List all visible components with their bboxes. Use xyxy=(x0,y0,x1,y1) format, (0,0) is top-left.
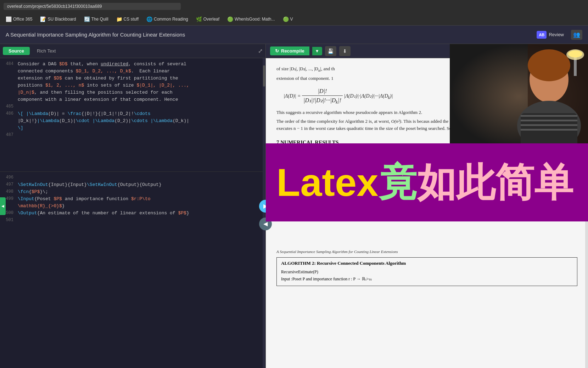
reading-icon: 🌐 xyxy=(146,16,152,22)
rich-text-tab[interactable]: Rich Text xyxy=(31,47,61,55)
bookmark-reading-label: Common Reading xyxy=(154,17,188,22)
editor-container: A Sequential Importance Sampling Algorit… xyxy=(0,26,588,368)
svg-rect-7 xyxy=(521,120,577,121)
code-line-cont1: connected components $D_1, D_2, ..., D_k… xyxy=(0,68,265,75)
bookmark-overleaf-label: Overleaf xyxy=(203,17,219,22)
recompile-dropdown[interactable]: ▼ xyxy=(312,47,322,55)
paper-title-small: A Sequential Importance Sampling Algorit… xyxy=(276,249,577,254)
preview-bottom-section: A Sequential Importance Sampling Algorit… xyxy=(276,249,577,286)
code-line-cont4: |D_n|$, and then filling the positions s… xyxy=(0,89,265,97)
cs-icon: 📁 xyxy=(116,16,122,22)
whenisgood-icon: 🟢 xyxy=(227,16,233,22)
bookmark-v[interactable]: 🟢 V xyxy=(280,15,296,23)
editor-toolbar: A Sequential Importance Sampling Algorit… xyxy=(0,26,588,44)
scroll-thumb[interactable] xyxy=(263,65,265,87)
code-line-487: 487 xyxy=(0,132,265,139)
code-line-499b: \mathbb{R}_{>0}$} xyxy=(0,203,265,210)
review-icon: AB xyxy=(537,31,547,39)
bookmark-blackboard[interactable]: 📝 SU Blackboard xyxy=(37,15,79,23)
algorithm-content: RecursiveEstimate(P) Input :Poset P and … xyxy=(281,268,573,283)
code-area-bottom[interactable]: 496 497 \SetKwInOut{Input}{Input}\SetKwI… xyxy=(0,172,265,368)
webcam-feed xyxy=(450,44,588,149)
bookmark-reading[interactable]: 🌐 Common Reading xyxy=(144,15,191,23)
code-line-499: 499 \Input{Poset $P$ and importance func… xyxy=(0,196,265,203)
bookmark-office365[interactable]: ⬜ Office 365 xyxy=(3,15,35,23)
code-line-cont7: \] xyxy=(0,125,265,132)
code-line-496: 496 xyxy=(0,175,265,182)
scroll-track xyxy=(263,58,265,368)
overlay-banner: Latex竟如此简单 xyxy=(266,143,588,221)
blackboard-icon: 📝 xyxy=(40,16,46,22)
browser-bar: overleaf.com/project/5e5830cb1341f300010… xyxy=(0,0,588,13)
bookmark-overleaf[interactable]: 🌿 Overleaf xyxy=(193,15,222,23)
office365-icon: ⬜ xyxy=(6,16,12,22)
algorithm-title: ALGORITHM 2: Recursive Connected Compone… xyxy=(281,260,573,266)
bookmark-quill-label: The Quill xyxy=(91,17,108,22)
code-line-497: 497 \SetKwInOut{Input}{Input}\SetKwInOut… xyxy=(0,182,265,189)
svg-rect-9 xyxy=(521,129,577,131)
recompile-icon: ↻ xyxy=(275,48,279,54)
bookmark-bar: ⬜ Office 365 📝 SU Blackboard 🔄 The Quill… xyxy=(0,13,588,26)
doc-title: A Sequential Importance Sampling Algorit… xyxy=(6,32,530,38)
collaborators-button[interactable]: 👥 xyxy=(571,30,582,40)
code-area-top[interactable]: 484 Consider a DAG $D$ that, when undire… xyxy=(0,58,265,172)
code-line-500: 500 \Output{An estimate of the number of… xyxy=(0,210,265,217)
save-icon-button[interactable]: 💾 xyxy=(325,46,336,56)
code-line-cont6: |D_k|!}|\Lambda(D_1)|\cdot |\Lambda(D_2)… xyxy=(0,118,265,125)
bookmark-whenisgood[interactable]: 🟢 WhenIsGood: Math... xyxy=(224,15,278,23)
download-icon-button[interactable]: ⬇ xyxy=(339,46,351,56)
code-line-486: 486 \[ |\Lambda(D)| = \frac{|D|!}{|D_1|!… xyxy=(0,111,265,118)
code-line-cont3: positions $1, 2, ..., n$ into sets of si… xyxy=(0,82,265,89)
code-line-cont2: extension of $D$ can be obtained by firs… xyxy=(0,75,265,82)
algorithm-box: ALGORITHM 2: Recursive Connected Compone… xyxy=(276,257,577,286)
recompile-label: Recompile xyxy=(281,48,304,54)
code-line-501: 501 xyxy=(0,217,265,224)
svg-rect-6 xyxy=(521,115,577,117)
side-collapse-button[interactable]: ◀ xyxy=(0,197,6,215)
banner-jing: 竟 xyxy=(378,160,417,204)
bookmark-quill[interactable]: 🔄 The Quill xyxy=(81,15,111,23)
bookmark-cs[interactable]: 📁 CS stuff xyxy=(113,15,141,23)
svg-rect-8 xyxy=(521,124,577,126)
webcam-overlay xyxy=(450,44,588,149)
code-line-498: 498 \fcn{$P$}\; xyxy=(0,189,265,196)
source-panel: ◀ Source Rich Text ⤢ 484 Consider a DAG … xyxy=(0,44,266,368)
bookmark-blackboard-label: SU Blackboard xyxy=(47,17,76,22)
overleaf-icon: 🌿 xyxy=(196,16,202,22)
bookmark-whenisgood-label: WhenIsGood: Math... xyxy=(235,17,275,22)
code-line-484: 484 Consider a DAG $D$ that, when undire… xyxy=(0,61,265,68)
review-button[interactable]: AB Review xyxy=(533,29,567,40)
bookmark-v-icon: 🟢 xyxy=(283,16,289,22)
quill-icon: 🔄 xyxy=(84,16,90,22)
banner-chinese: 如此简单 xyxy=(417,160,573,204)
banner-latex: Latex xyxy=(276,160,378,204)
url-bar[interactable]: overleaf.com/project/5e5830cb1341f300010… xyxy=(4,3,181,10)
preview-panel: ↻ Recompile ▼ 💾 ⬇ xyxy=(266,44,588,368)
source-tab[interactable]: Source xyxy=(3,47,30,55)
bookmark-office365-label: Office 365 xyxy=(13,17,32,22)
recompile-button[interactable]: ↻ Recompile xyxy=(270,46,309,55)
svg-point-12 xyxy=(568,50,582,57)
svg-point-3 xyxy=(528,49,570,81)
bookmark-v-label: V xyxy=(290,17,293,22)
expand-icon[interactable]: ⤢ xyxy=(258,48,263,54)
code-line-cont5: component with a linear extension of tha… xyxy=(0,97,265,104)
banner-text: Latex竟如此简单 xyxy=(276,163,573,202)
source-tab-bar: Source Rich Text ⤢ xyxy=(0,44,265,58)
review-label: Review xyxy=(549,32,564,37)
editor-body: ◀ Source Rich Text ⤢ 484 Consider a DAG … xyxy=(0,44,588,368)
code-line-485: 485 xyxy=(0,104,265,111)
bookmark-cs-label: CS stuff xyxy=(124,17,139,22)
